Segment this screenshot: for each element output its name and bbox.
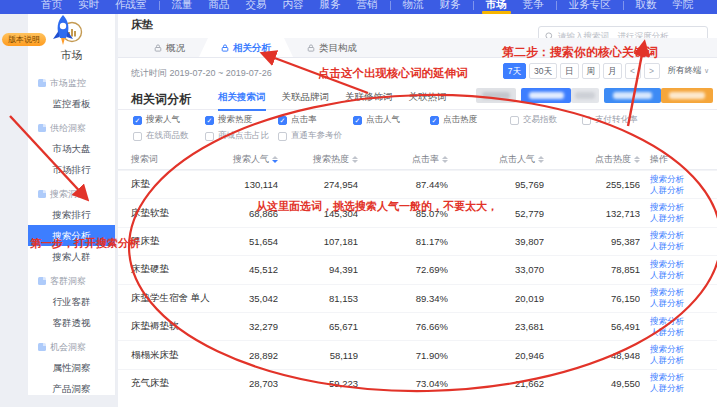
col-header-click-popularity[interactable]: 点击人气 <box>448 153 544 166</box>
checkbox-icon[interactable] <box>582 116 591 125</box>
blurred-button[interactable] <box>604 88 661 103</box>
sidebar-item-monitor-board[interactable]: 监控看板 <box>28 93 115 114</box>
crowd-analysis-link[interactable]: 人群分析 <box>650 298 717 309</box>
filter-pay-conversion[interactable]: 支付转化率 <box>582 114 638 126</box>
sidebar-item-product-insight[interactable]: 产品洞察 <box>28 378 115 399</box>
search-analysis-link[interactable]: 搜索分析 <box>650 259 717 270</box>
search-analysis-link[interactable]: 搜索分析 <box>650 230 717 241</box>
blurred-button[interactable] <box>476 88 516 103</box>
nav-divider <box>623 1 624 10</box>
checkbox-checked-icon[interactable]: ✓ <box>353 116 362 125</box>
keyword-cell[interactable]: 床垫学生宿舍 单人 <box>118 292 228 305</box>
sidebar-item-market-rank[interactable]: 市场排行 <box>28 159 115 180</box>
date-day-button[interactable]: 日 <box>560 63 579 79</box>
nav-item-competition[interactable]: 竞争 <box>515 0 552 14</box>
filter-search-popularity[interactable]: ✓ 搜索人气 <box>133 114 180 126</box>
tab-overview[interactable]: 概况 <box>140 38 199 57</box>
search-popularity-cell: 130,114 <box>228 179 278 190</box>
filter-ztc-price[interactable]: 直通车参考价 <box>278 130 342 142</box>
nav-item-realtime[interactable]: 实时 <box>70 0 107 14</box>
nav-item-finance[interactable]: 财务 <box>432 0 469 14</box>
search-analysis-link[interactable]: 搜索分析 <box>650 202 717 213</box>
sidebar-item-customer-view[interactable]: 客群透视 <box>28 312 115 333</box>
date-week-button[interactable]: 周 <box>582 63 601 79</box>
filter-mall-click-share[interactable]: 商城点击占比 <box>205 130 269 142</box>
crowd-analysis-link[interactable]: 人群分析 <box>650 185 717 196</box>
sidebar-item-market-overview[interactable]: 市场大盘 <box>28 138 115 159</box>
nav-item-logistics[interactable]: 物流 <box>395 0 432 14</box>
click-heat-cell: 49,550 <box>544 378 640 389</box>
keyword-cell[interactable]: 床垫硬垫 <box>118 263 228 276</box>
tab-label: 类目构成 <box>319 38 357 58</box>
checkbox-icon[interactable] <box>133 132 142 141</box>
search-analysis-link[interactable]: 搜索分析 <box>650 372 717 383</box>
col-header-click-rate[interactable]: 点击率 <box>358 153 448 166</box>
crowd-analysis-link[interactable]: 人群分析 <box>650 213 717 224</box>
keyword-cell[interactable]: 床垫软垫 <box>118 207 228 220</box>
checkbox-checked-icon[interactable]: ✓ <box>278 116 287 125</box>
col-header-search-popularity[interactable]: 搜索人气 <box>228 153 278 166</box>
nav-item-home[interactable]: 首页 <box>33 0 70 14</box>
tab-related-analysis[interactable]: 相关分析 <box>199 38 293 57</box>
nav-item-bizzone[interactable]: 业务专区 <box>561 0 619 14</box>
nav-item-traffic[interactable]: 流量 <box>164 0 201 14</box>
filter-trade-index[interactable]: 交易指数 <box>510 114 557 126</box>
tab-category-composition[interactable]: 类目构成 <box>293 38 371 57</box>
blurred-button[interactable] <box>661 88 713 103</box>
sidebar-item-industry-customer[interactable]: 行业客群 <box>28 291 115 312</box>
sidebar-item-attribute-insight[interactable]: 属性洞察 <box>28 357 115 378</box>
nav-item-trade[interactable]: 交易 <box>238 0 275 14</box>
filter-click-heat[interactable]: ✓ 点击热度 <box>430 114 477 126</box>
subtab-brand-words[interactable]: 关联品牌词 <box>282 88 330 110</box>
date-30d-button[interactable]: 30天 <box>529 63 557 79</box>
subtab-modifier-words[interactable]: 关联修饰词 <box>345 88 393 110</box>
subtab-hot-words[interactable]: 关联热词 <box>409 88 447 110</box>
nav-item-academy[interactable]: 学院 <box>665 0 702 14</box>
search-analysis-link[interactable]: 搜索分析 <box>650 174 717 185</box>
filter-click-rate[interactable]: ✓ 点击率 <box>278 114 317 126</box>
nav-divider <box>159 1 160 10</box>
crowd-analysis-link[interactable]: 人群分析 <box>650 355 717 366</box>
date-7d-button[interactable]: 7天 <box>503 63 526 79</box>
version-badge[interactable]: 版本说明 <box>2 33 46 46</box>
sidebar-group-label: 客群洞察 <box>50 275 86 288</box>
nav-item-market[interactable]: 市场 <box>478 0 515 14</box>
filter-search-heat[interactable]: ✓ 搜索热度 <box>205 114 252 126</box>
checkbox-icon[interactable] <box>278 132 287 141</box>
sidebar-item-search-rank[interactable]: 搜索排行 <box>28 204 115 225</box>
checkbox-icon[interactable] <box>205 132 214 141</box>
crowd-analysis-link[interactable]: 人群分析 <box>650 383 717 394</box>
blurred-button[interactable] <box>571 88 599 103</box>
subtab-related-search-words[interactable]: 相关搜索词 <box>218 88 266 110</box>
keyword-cell[interactable]: 床垫褥垫软 <box>118 320 228 333</box>
date-month-button[interactable]: 月 <box>603 63 622 79</box>
col-header-search-heat[interactable]: 搜索热度 <box>278 153 358 166</box>
crowd-analysis-link[interactable]: 人群分析 <box>650 241 717 252</box>
nav-item-data[interactable]: 取数 <box>628 0 665 14</box>
crowd-analysis-link[interactable]: 人群分析 <box>650 270 717 281</box>
blurred-button[interactable] <box>521 88 571 103</box>
checkbox-checked-icon[interactable]: ✓ <box>133 116 142 125</box>
keyword-cell[interactable]: 床垫 <box>118 178 228 191</box>
nav-item-warroom[interactable]: 作战室 <box>107 0 155 14</box>
keyword-cell[interactable]: 榻榻米床垫 <box>118 349 228 362</box>
col-header-click-heat[interactable]: 点击热度 <box>544 153 640 166</box>
terminal-dropdown[interactable]: 所有终端 ∨ <box>668 65 710 77</box>
checkbox-icon[interactable] <box>510 116 519 125</box>
checkbox-checked-icon[interactable]: ✓ <box>430 116 439 125</box>
crowd-analysis-link[interactable]: 人群分析 <box>650 327 717 338</box>
search-analysis-link[interactable]: 搜索分析 <box>650 287 717 298</box>
nav-item-goods[interactable]: 商品 <box>201 0 238 14</box>
filter-click-popularity[interactable]: ✓ 点击人气 <box>353 114 400 126</box>
search-analysis-link[interactable]: 搜索分析 <box>650 344 717 355</box>
checkbox-checked-icon[interactable]: ✓ <box>205 116 214 125</box>
next-page-button[interactable]: > <box>644 63 660 79</box>
filter-online-items[interactable]: 在线商品数 <box>133 130 189 142</box>
keyword-cell[interactable]: 充气床垫 <box>118 377 228 390</box>
nav-item-service[interactable]: 服务 <box>312 0 349 14</box>
nav-item-marketing[interactable]: 营销 <box>349 0 386 14</box>
search-analysis-link[interactable]: 搜索分析 <box>650 316 717 327</box>
nav-item-content[interactable]: 内容 <box>275 0 312 14</box>
prev-page-button[interactable]: < <box>625 63 641 79</box>
search-heat-cell: 65,671 <box>278 321 358 332</box>
